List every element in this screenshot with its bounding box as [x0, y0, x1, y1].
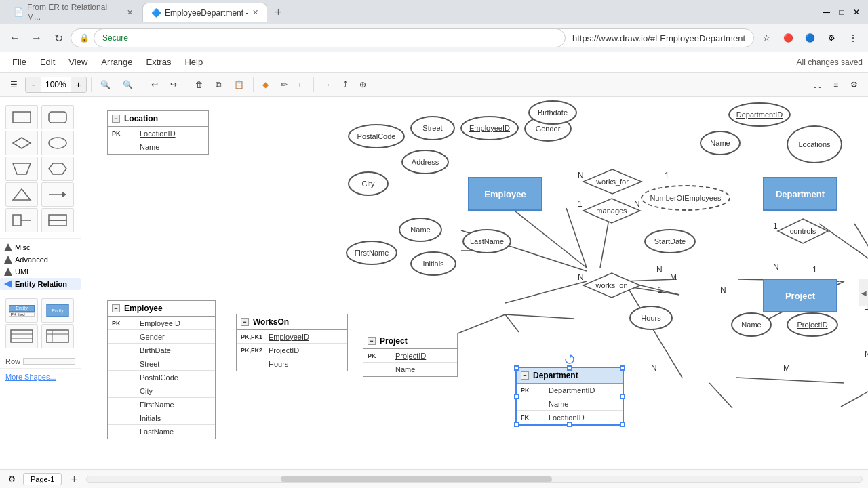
address-bar[interactable]: 🔒 Secure https://www.draw.io/#LEmployeeD…: [71, 28, 754, 47]
location-collapse-btn[interactable]: −: [112, 115, 120, 123]
right-panel-expand[interactable]: ◀: [859, 279, 868, 306]
shape-item-5[interactable]: [5, 157, 38, 181]
numberofemployees-ellipse[interactable]: NumberOfEmployees: [641, 185, 730, 211]
firstname-ellipse[interactable]: FirstName: [346, 241, 397, 265]
back-button[interactable]: ←: [5, 28, 24, 47]
menu-arrange[interactable]: Arrange: [94, 52, 139, 72]
waypoint-button[interactable]: ⤴: [338, 76, 352, 94]
zoom-in-btn2[interactable]: 🔍: [118, 76, 138, 94]
tab-close-1[interactable]: ✕: [127, 8, 133, 17]
horizontal-scrollbar[interactable]: [86, 476, 863, 483]
locations-ellipse[interactable]: Locations: [787, 125, 842, 163]
undo-button[interactable]: ↩: [146, 76, 163, 94]
resize-handle-tc[interactable]: [567, 365, 572, 371]
chrome-menu-icon[interactable]: ⋮: [844, 28, 863, 47]
address-ellipse[interactable]: Address: [401, 150, 449, 174]
birthdate-ellipse[interactable]: Birthdate: [528, 100, 577, 125]
hours-ellipse[interactable]: Hours: [629, 306, 673, 330]
entity-shape-3[interactable]: [5, 324, 38, 348]
tab-active[interactable]: 🔷 EmployeeDepartment - ✕: [142, 3, 267, 22]
settings-button[interactable]: ⚙: [846, 76, 863, 94]
extension-icon-1[interactable]: 🔴: [778, 28, 797, 47]
lastname-ellipse[interactable]: LastName: [462, 229, 511, 253]
resize-handle-tr[interactable]: [620, 365, 625, 371]
redo-button[interactable]: ↪: [165, 76, 182, 94]
shape-item-10[interactable]: [41, 208, 74, 232]
resize-handle-mr[interactable]: [620, 394, 625, 399]
resize-handle-bl[interactable]: [514, 422, 519, 427]
sidebar-tool-misc[interactable]: Misc: [0, 241, 81, 253]
shape-item-1[interactable]: [5, 105, 38, 129]
works-for-diamond[interactable]: works_for: [582, 168, 643, 195]
line-color-button[interactable]: ✏: [276, 76, 292, 94]
menu-file[interactable]: File: [5, 52, 33, 72]
proj-name-ellipse[interactable]: Name: [731, 312, 772, 337]
shape-item-7[interactable]: [5, 182, 38, 207]
project-er-entity[interactable]: Project: [763, 279, 837, 312]
dept-id-ellipse[interactable]: DepartmentID: [728, 102, 791, 127]
fullscreen-button[interactable]: ⛶: [808, 76, 826, 94]
name-emp-ellipse[interactable]: Name: [399, 218, 442, 242]
works-on-diamond[interactable]: works_on: [582, 272, 642, 299]
sidebar-tool-entity[interactable]: Entity Relation: [0, 278, 81, 290]
format-button[interactable]: ≡: [829, 76, 843, 94]
employee-collapse-btn[interactable]: −: [112, 304, 120, 312]
extension-icon-3[interactable]: ⚙: [822, 28, 841, 47]
minimize-button[interactable]: ─: [821, 6, 833, 18]
menu-help[interactable]: Help: [178, 52, 210, 72]
insert-button[interactable]: ⊕: [355, 76, 371, 94]
shape-item-9[interactable]: [5, 208, 38, 232]
resize-handle-ml[interactable]: [514, 394, 519, 399]
add-page-button[interactable]: +: [67, 472, 81, 486]
city-ellipse[interactable]: City: [348, 171, 389, 196]
copy-button[interactable]: ⧉: [211, 76, 226, 94]
new-tab-button[interactable]: +: [269, 3, 288, 22]
entity-shape-1[interactable]: Entity PK field: [5, 298, 38, 323]
page-settings-button[interactable]: ⚙: [5, 473, 18, 485]
canvas-area[interactable]: N 1 1 N 1 N: [81, 97, 868, 488]
connector-button[interactable]: →: [318, 76, 336, 94]
sidebar-tool-advanced[interactable]: Advanced: [0, 253, 81, 266]
resize-handle-bc[interactable]: [567, 422, 572, 427]
manages-diamond[interactable]: manages: [582, 197, 642, 224]
sidebar-tool-uml[interactable]: UML: [0, 266, 81, 278]
entity-shape-4[interactable]: [41, 324, 74, 348]
startdate-ellipse[interactable]: StartDate: [644, 229, 696, 253]
entity-shape-2[interactable]: Entity: [41, 298, 74, 323]
reload-button[interactable]: ↻: [49, 28, 68, 47]
shape-item-4[interactable]: [41, 131, 74, 155]
menu-edit[interactable]: Edit: [33, 52, 62, 72]
shape-item-3[interactable]: [5, 131, 38, 155]
tab-inactive[interactable]: 📄 From ER to Relational M... ✕: [5, 3, 141, 22]
shape-item-6[interactable]: [41, 157, 74, 181]
extension-icon-2[interactable]: 🔵: [800, 28, 819, 47]
shape-button[interactable]: □: [295, 76, 309, 94]
more-shapes-button[interactable]: More Shapes...: [5, 373, 75, 381]
maximize-button[interactable]: □: [835, 6, 848, 18]
resize-handle-br[interactable]: [620, 422, 625, 427]
zoom-value[interactable]: 100%: [41, 77, 71, 92]
shape-item-8[interactable]: [41, 182, 74, 207]
employee-er-entity[interactable]: Employee: [468, 177, 542, 211]
rotate-handle[interactable]: [565, 354, 574, 365]
page-1-tab[interactable]: Page-1: [23, 473, 62, 485]
dept-name-ellipse[interactable]: Name: [700, 131, 741, 155]
menu-view[interactable]: View: [62, 52, 94, 72]
zoom-fit-button[interactable]: 🔍: [96, 76, 115, 94]
workson-collapse-btn[interactable]: −: [241, 318, 249, 326]
bookmark-icon[interactable]: ☆: [757, 28, 776, 47]
initials-ellipse[interactable]: Initials: [410, 251, 456, 276]
department-er-entity[interactable]: Department: [763, 177, 837, 211]
tab-close-2[interactable]: ✕: [252, 8, 258, 17]
menu-extras[interactable]: Extras: [140, 52, 178, 72]
shape-item-2[interactable]: [41, 105, 74, 129]
controls-diamond[interactable]: controls: [776, 218, 829, 245]
dept-collapse-btn[interactable]: −: [521, 371, 529, 380]
zoom-in-button[interactable]: +: [71, 77, 86, 93]
department-table-selected[interactable]: − Department PK DepartmentID Name FK Loc…: [515, 367, 624, 426]
row-preview[interactable]: [23, 358, 75, 365]
sidebar-toggle-button[interactable]: ☰: [5, 76, 22, 94]
employeeid-ellipse[interactable]: EmployeeID: [460, 116, 519, 140]
forward-button[interactable]: →: [27, 28, 46, 47]
paste-button[interactable]: 📋: [229, 76, 249, 94]
